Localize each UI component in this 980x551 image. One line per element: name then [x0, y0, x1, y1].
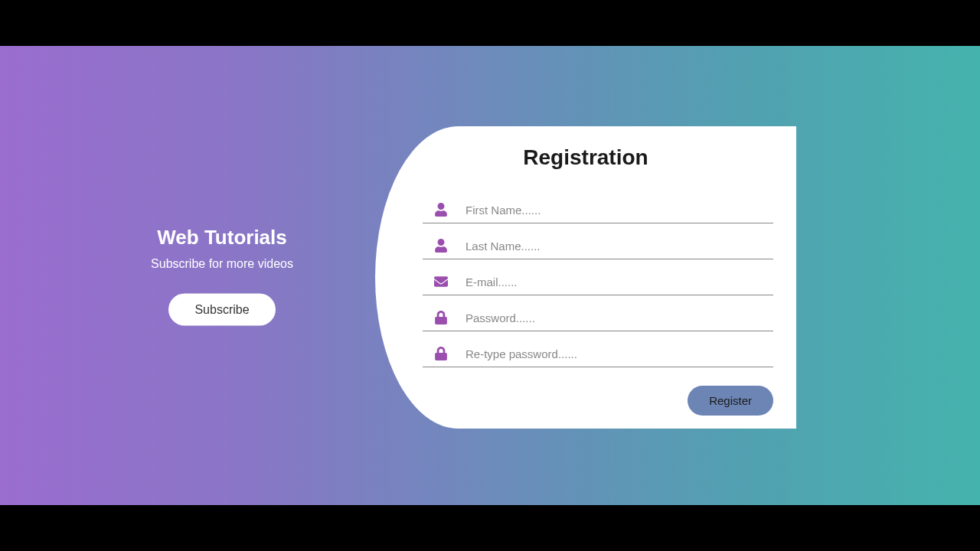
password-row — [423, 305, 773, 331]
last-name-input[interactable] — [459, 240, 773, 253]
user-icon — [423, 203, 459, 217]
user-icon — [423, 239, 459, 253]
lock-icon — [423, 311, 459, 324]
registration-card: Registration — [375, 126, 796, 429]
lock-icon — [423, 347, 459, 360]
brand-subtitle: Subscribe for more videos — [107, 257, 337, 271]
form-heading: Registration — [398, 145, 773, 170]
retype-password-row — [423, 341, 773, 367]
password-input[interactable] — [459, 311, 773, 324]
email-input[interactable] — [459, 276, 773, 289]
letterbox-top — [0, 0, 980, 46]
first-name-row — [423, 197, 773, 223]
register-button[interactable]: Register — [688, 386, 773, 416]
retype-password-input[interactable] — [459, 347, 773, 360]
envelope-icon — [423, 275, 459, 289]
subscribe-button[interactable]: Subscribe — [168, 294, 275, 326]
first-name-input[interactable] — [459, 204, 773, 217]
main-content: Web Tutorials Subscribe for more videos … — [0, 46, 980, 505]
email-row — [423, 269, 773, 295]
letterbox-bottom — [0, 505, 980, 551]
left-panel: Web Tutorials Subscribe for more videos … — [107, 226, 337, 326]
last-name-row — [423, 233, 773, 259]
brand-title: Web Tutorials — [107, 226, 337, 249]
